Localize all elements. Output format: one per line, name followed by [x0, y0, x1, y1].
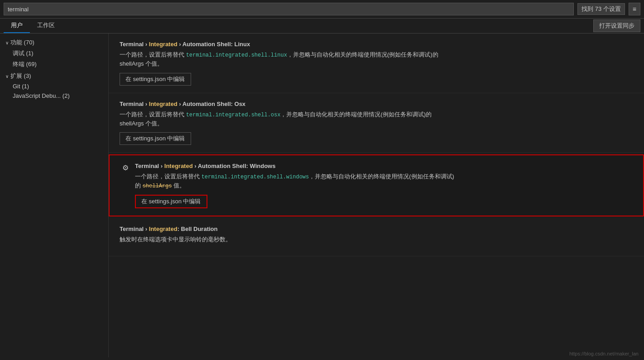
tabs-left: 用户 工作区 [4, 19, 62, 33]
search-bar: 找到 73 个设置 ≡ [0, 0, 644, 19]
setting-prefix-windows: Terminal › [135, 163, 164, 169]
setting-title-windows: Terminal › Integrated › Automation Shell… [135, 163, 632, 169]
code-linux: terminal.integrated.shell.linux [186, 52, 287, 58]
setting-item-osx: Terminal › Integrated › Automation Shell… [109, 93, 644, 153]
sidebar-section-features: ∨ 功能 (70) 调试 (1) 终端 (69) [0, 37, 108, 70]
setting-suffix-bell: : Bell Duration [178, 226, 218, 232]
search-clear-button[interactable]: ≡ [629, 3, 640, 15]
sidebar-item-debug[interactable]: 调试 (1) [0, 48, 108, 59]
setting-prefix-osx: Terminal › [120, 101, 149, 107]
content-area: Terminal › Integrated › Automation Shell… [109, 34, 644, 357]
search-result-count: 找到 73 个设置 [577, 3, 625, 15]
setting-desc-windows: 一个路径，设置后将替代 terminal.integrated.shell.wi… [135, 172, 632, 190]
code-windows-shellargs: shellArgs [143, 183, 172, 189]
setting-item-linux: Terminal › Integrated › Automation Shell… [109, 34, 644, 93]
sidebar-group-extensions-label: 扩展 (3) [10, 72, 31, 80]
setting-item-bell: Terminal › Integrated: Bell Duration 触发时… [109, 218, 644, 256]
setting-integrated-bell: Integrated [149, 226, 178, 232]
sidebar-group-features[interactable]: ∨ 功能 (70) [0, 37, 108, 48]
setting-desc-osx: 一个路径，设置后将替代 terminal.integrated.shell.os… [120, 110, 633, 128]
code-osx: terminal.integrated.shell.osx [186, 112, 281, 118]
setting-title-bell: Terminal › Integrated: Bell Duration [120, 226, 633, 232]
sidebar-group-extensions[interactable]: ∨ 扩展 (3) [0, 71, 108, 82]
sidebar-group-features-label: 功能 (70) [10, 38, 34, 47]
setting-suffix-linux: › Automation Shell: Linux [178, 41, 250, 48]
setting-suffix-windows: › Automation Shell: Windows [193, 163, 276, 169]
setting-prefix-linux: Terminal › [120, 41, 149, 48]
setting-integrated-windows: Integrated [164, 163, 193, 169]
setting-prefix-bell: Terminal › [120, 226, 149, 232]
chevron-down-icon-2: ∨ [5, 74, 9, 79]
setting-suffix-osx: › Automation Shell: Osx [178, 101, 245, 107]
setting-integrated-linux: Integrated [149, 41, 178, 48]
setting-desc-linux: 一个路径，设置后将替代 terminal.integrated.shell.li… [120, 50, 633, 68]
setting-item-windows: ⚙ Terminal › Integrated › Automation She… [109, 154, 644, 216]
code-windows: terminal.integrated.shell.windows [202, 174, 309, 180]
sidebar-item-jsdebug[interactable]: JavaScript Debu... (2) [0, 91, 108, 101]
setting-desc-bell: 触发时在终端选项卡中显示响铃的毫秒数。 [120, 235, 633, 244]
setting-title-osx: Terminal › Integrated › Automation Shell… [120, 101, 633, 107]
edit-button-windows[interactable]: 在 settings.json 中编辑 [135, 195, 207, 208]
tab-user[interactable]: 用户 [4, 19, 30, 33]
search-input[interactable] [4, 3, 574, 15]
main-layout: ∨ 功能 (70) 调试 (1) 终端 (69) ∨ 扩展 (3) Git (1… [0, 34, 644, 357]
chevron-down-icon: ∨ [5, 40, 9, 45]
sync-settings-button[interactable]: 打开设置同步 [593, 19, 640, 32]
sidebar-item-git[interactable]: Git (1) [0, 82, 108, 91]
sidebar: ∨ 功能 (70) 调试 (1) 终端 (69) ∨ 扩展 (3) Git (1… [0, 34, 109, 357]
edit-button-linux[interactable]: 在 settings.json 中编辑 [120, 73, 191, 86]
footer-watermark: https://blog.csdn.net/maker_lan [569, 351, 639, 356]
tabs-row: 用户 工作区 打开设置同步 [0, 19, 644, 34]
gear-icon: ⚙ [122, 163, 129, 172]
tab-workspace[interactable]: 工作区 [30, 19, 62, 33]
sidebar-section-extensions: ∨ 扩展 (3) Git (1) JavaScript Debu... (2) [0, 71, 108, 101]
setting-title-linux: Terminal › Integrated › Automation Shell… [120, 41, 633, 48]
sidebar-item-terminal[interactable]: 终端 (69) [0, 59, 108, 70]
edit-button-osx[interactable]: 在 settings.json 中编辑 [120, 132, 191, 145]
setting-integrated-osx: Integrated [149, 101, 178, 107]
